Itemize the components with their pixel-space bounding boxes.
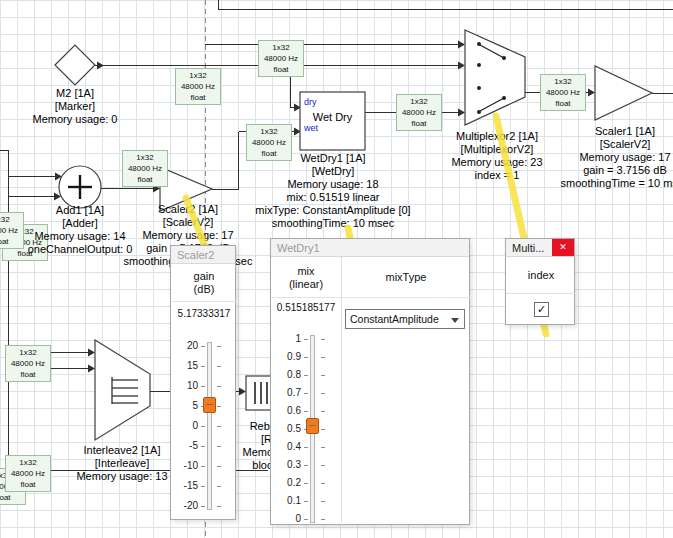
- wetdry1-caption: WetDry1 [1A] [WetDry] Memory usage: 18 m…: [243, 152, 423, 230]
- mixtype-selected-value: ConstantAmplitude: [350, 313, 439, 325]
- multiplexor-block-shape[interactable]: [465, 30, 525, 125]
- wire-format: float: [259, 64, 303, 75]
- wire-type-label: 1x32 48000 Hz float: [258, 40, 304, 77]
- mix-param-label: mix: [271, 265, 341, 277]
- slider-tick-label: 0.2: [273, 477, 301, 489]
- index-checkbox[interactable]: ✓: [534, 302, 549, 317]
- mix-unit-label: (linear): [271, 278, 341, 290]
- slider-tick-label: 0: [273, 513, 301, 525]
- slider-tick-label: -20: [172, 500, 198, 512]
- slider-tick-label: 1: [273, 333, 301, 345]
- wire-type-label: 1x3248000 Hzfloat: [5, 345, 51, 382]
- slider-tick-label: 15: [172, 360, 198, 372]
- slider-tick-label: 0.7: [273, 387, 301, 399]
- slider-tick-label: -10: [172, 460, 198, 472]
- scaler2-panel-titlebar[interactable]: Scaler2: [171, 246, 235, 264]
- designer-canvas: 1x32 48000 Hz float 1x3248000 Hzfloat 1x…: [0, 0, 673, 538]
- divider: [506, 293, 576, 294]
- check-icon: ✓: [537, 303, 546, 315]
- gain-slider-handle[interactable]: [203, 397, 216, 413]
- divider: [271, 297, 471, 298]
- wire-channels: 1x32: [259, 42, 303, 53]
- slider-tick-marks: [217, 346, 221, 507]
- wire-type-label: 1x3248000 Hzfloat: [122, 150, 168, 187]
- slider-tick-label: 0.6: [273, 405, 301, 417]
- mixtype-dropdown[interactable]: ConstantAmplitude: [345, 309, 465, 329]
- mixtype-column-label: mixType: [341, 271, 471, 283]
- wire-type-label: 1x3248000 Hzfloat: [396, 94, 442, 131]
- multiplexor-inspector-panel[interactable]: Multi... ✕ index ✓: [505, 238, 575, 325]
- gain-value-field[interactable]: 5.17333317: [171, 308, 237, 320]
- slider-tick-label: 5: [172, 400, 198, 412]
- slider-tick-label: 0.4: [273, 441, 301, 453]
- wetdry1-inspector-panel[interactable]: WetDry1 mix (linear) mixType 0.515185177…: [270, 238, 470, 525]
- close-button[interactable]: ✕: [552, 239, 574, 256]
- slider-tick-label: 0.9: [273, 351, 301, 363]
- gain-unit-label: (dB): [171, 283, 237, 295]
- wire-type-label: 1x3248000 Hzfloat: [540, 74, 586, 111]
- wetdry-block-title: Wet Dry: [300, 111, 365, 123]
- divider: [171, 301, 237, 302]
- slider-tick-label: 10: [172, 380, 198, 392]
- slider-tick-label: 0.3: [273, 459, 301, 471]
- close-icon: ✕: [559, 242, 567, 252]
- marker-block-shape[interactable]: [55, 45, 95, 85]
- mix-slider-handle[interactable]: [306, 418, 319, 434]
- interleave-block-shape[interactable]: [95, 340, 150, 440]
- gain-slider-track[interactable]: [207, 342, 212, 510]
- wire-type-label: 1x3248000 Hzfloat: [175, 68, 221, 105]
- wetdry-wet-port-label: wet: [304, 123, 318, 133]
- slider-tick-label: 20: [172, 340, 198, 352]
- wetdry1-panel-titlebar[interactable]: WetDry1: [271, 239, 469, 257]
- slider-tick-label: 0.8: [273, 369, 301, 381]
- wetdry-dry-port-label: dry: [304, 97, 317, 107]
- slider-tick-label: -15: [172, 480, 198, 492]
- slider-tick-label: 0.5: [273, 423, 301, 435]
- slider-tick-marks: [201, 346, 205, 507]
- m2-caption: M2 [1A] [Marker] Memory usage: 0: [10, 87, 140, 126]
- index-param-label: index: [506, 269, 576, 281]
- wire-samplerate: 48000 Hz: [259, 53, 303, 64]
- scaler2-inspector-panel[interactable]: Scaler2 gain (dB) 5.17333317 20 15 10 5 …: [170, 245, 236, 520]
- slider-tick-label: 0.1: [273, 495, 301, 507]
- slider-tick-marks: [321, 339, 325, 520]
- slider-tick-label: -5: [172, 440, 198, 452]
- scaler1-block-shape[interactable]: [595, 66, 652, 120]
- scaler1-caption: Scaler1 [1A] [ScalerV2] Memory usage: 17…: [535, 125, 673, 190]
- chevron-down-icon: [451, 318, 459, 323]
- gain-param-label: gain: [171, 270, 237, 282]
- slider-tick-label: 0: [172, 420, 198, 432]
- mix-value-field[interactable]: 0.515185177: [271, 302, 341, 314]
